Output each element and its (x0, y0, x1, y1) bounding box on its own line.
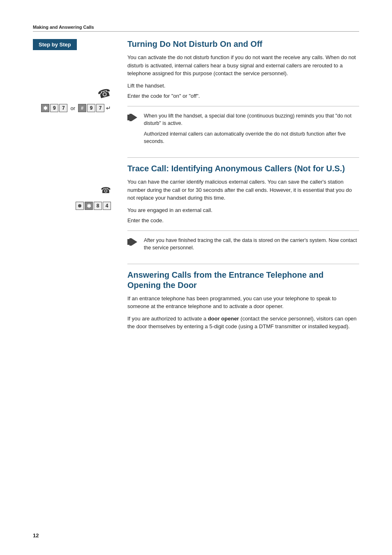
section-label: Making and Answering Calls (33, 25, 359, 32)
section2-note1-text: After you have finished tracing the call… (144, 237, 359, 251)
hash-key: # (78, 104, 86, 112)
section1-step2-text: Enter the code for "on" or "off". (127, 92, 359, 100)
svg-rect-1 (129, 114, 131, 121)
note1-icon (127, 113, 141, 122)
section1-step1: Lift the handset. (127, 82, 359, 90)
section3-group: Answering Calls from the Entrance Teleph… (127, 270, 359, 331)
star-key-2: ✱ (85, 202, 93, 210)
star-key: ✱ (41, 104, 49, 112)
svg-rect-3 (127, 239, 129, 245)
section1-icons: ☎ ✱ 9 7 or # 9 7 ↵ (33, 71, 115, 115)
keycode-row-2: ✱ 8 4 (76, 202, 111, 210)
key-7-2: 7 (96, 104, 104, 112)
section2-body: You can have the carrier identify malici… (127, 178, 359, 202)
right-column: Turning Do Not Disturb On and Off You ca… (115, 39, 359, 343)
section3-body1: If an entrance telephone has been progra… (127, 295, 359, 311)
phone-engaged-icon: ☎ (101, 185, 111, 195)
section2-note1: After you have finished tracing the call… (127, 237, 359, 251)
section1-note2-text: Authorized internal callers can automati… (144, 130, 359, 145)
section2-step1-text: You are engaged in an external call. (127, 206, 359, 214)
section2-step1: You are engaged in an external call. (127, 206, 359, 214)
divider2 (127, 157, 359, 158)
section1-group: Turning Do Not Disturb On and Off You ca… (127, 39, 359, 145)
note2-icon-placeholder (127, 131, 141, 140)
page-container: Making and Answering Calls Step by Step … (0, 0, 392, 555)
section1-body: You can activate the do not disturb func… (127, 53, 359, 78)
key-9-2: 9 (87, 104, 95, 112)
divider4 (127, 264, 359, 264)
svg-marker-5 (131, 238, 137, 246)
section3-door-opener-bold: door opener (208, 315, 239, 322)
key-4: 4 (103, 202, 111, 210)
left-column: Step by Step ☎ ✱ 9 7 or # 9 7 ↵ (33, 39, 115, 343)
main-layout: Step by Step ☎ ✱ 9 7 or # 9 7 ↵ (33, 39, 359, 343)
section1-note2: Authorized internal callers can automati… (127, 130, 359, 145)
section3-body2-pre: If you are authorized to activate a (127, 315, 208, 322)
note-arrow-icon (127, 114, 140, 121)
section2-step2: Enter the code. (127, 216, 359, 225)
keycode-row-1: ✱ 9 7 or # 9 7 ↵ (41, 104, 111, 112)
svg-marker-2 (131, 114, 137, 121)
key-7-1: 7 (59, 104, 67, 112)
svg-rect-0 (127, 115, 129, 120)
section2-step2-text: Enter the code. (127, 216, 359, 225)
section2-icons: ☎ ✱ 8 4 (33, 185, 115, 213)
section3-body2: If you are authorized to activate a door… (127, 315, 359, 331)
key-8: 8 (94, 202, 102, 210)
section2-title: Trace Call: Identifying Anonymous Caller… (127, 164, 359, 174)
page-number: 12 (33, 532, 39, 539)
section1-step2: Enter the code for "on" or "off". (127, 92, 359, 100)
handset-lift-icon: ☎ (97, 85, 113, 101)
section3-title: Answering Calls from the Entrance Teleph… (127, 270, 359, 290)
section1-note1-text: When you lift the handset, a special dia… (144, 112, 359, 127)
divider3 (127, 230, 359, 231)
or-text: or (70, 105, 75, 111)
section1-title: Turning Do Not Disturb On and Off (127, 39, 359, 49)
divider1 (127, 106, 359, 106)
circle-dot-key (76, 202, 84, 210)
enter-arrow-1: ↵ (106, 105, 111, 111)
key-9-1: 9 (50, 104, 58, 112)
svg-rect-4 (129, 238, 131, 246)
note-arrow-icon-2 (127, 238, 140, 246)
note3-icon (127, 237, 141, 246)
section1-note1: When you lift the handset, a special dia… (127, 112, 359, 127)
section2-group: Trace Call: Identifying Anonymous Caller… (127, 164, 359, 251)
section1-step1-text: Lift the handset. (127, 82, 359, 90)
step-by-step-badge: Step by Step (33, 39, 77, 50)
